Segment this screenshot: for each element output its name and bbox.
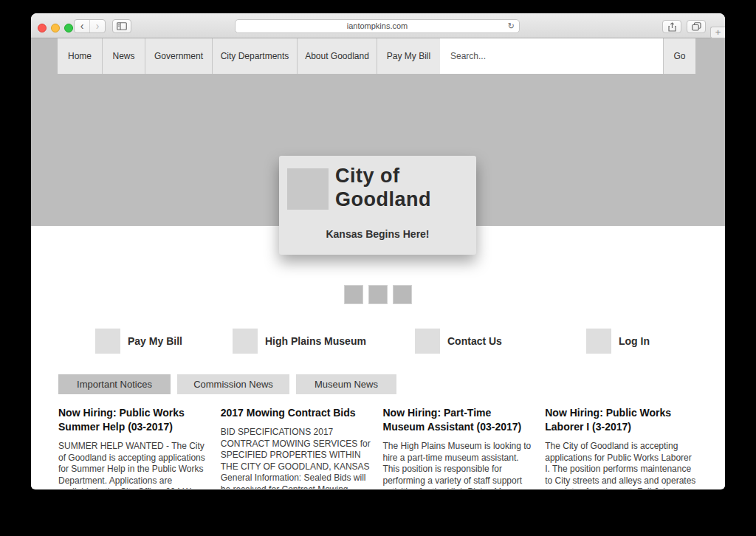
- web-page: Home News Government City Departments Ab…: [31, 38, 725, 489]
- address-bar[interactable]: iantompkins.com ↻: [235, 19, 520, 33]
- sidebar-toggle-button[interactable]: [112, 19, 131, 33]
- tab-commission-news[interactable]: Commission News: [177, 374, 289, 394]
- placeholder-square-icon[interactable]: [368, 285, 388, 304]
- show-tabs-button[interactable]: [687, 20, 706, 33]
- contact-icon: [415, 329, 440, 354]
- pay-my-bill-icon: [95, 329, 120, 354]
- news-item-title[interactable]: Now Hiring: Part-Time Museum Assistant (…: [383, 406, 535, 434]
- site-tagline: Kansas Begins Here!: [279, 228, 476, 240]
- news-item-body: The High Plains Museum is looking to hir…: [383, 441, 535, 489]
- news-item-body: BID SPECIFICATIONS 2017 CONTRACT MOWING …: [221, 427, 372, 489]
- nav-item-pay-my-bill[interactable]: Pay My Bill: [377, 38, 440, 74]
- tab-important-notices[interactable]: Important Notices: [58, 374, 171, 394]
- news-item-title[interactable]: Now Hiring: Public Works Laborer I (3-20…: [545, 406, 696, 434]
- browser-window: ‹ › iantompkins.com ↻: [31, 13, 725, 489]
- close-window-button[interactable]: [38, 24, 47, 32]
- quick-link-label: High Plains Museum: [265, 335, 366, 347]
- site-navigation: Home News Government City Departments Ab…: [58, 38, 695, 74]
- news-item-body: SUMMER HELP WANTED - The City of Goodlan…: [58, 441, 210, 489]
- placeholder-square-icon[interactable]: [344, 285, 363, 304]
- quick-links-row: Pay My Bill High Plains Museum Contact U…: [31, 329, 725, 354]
- quick-link-label: Log In: [619, 335, 650, 347]
- museum-icon: [233, 329, 258, 354]
- placeholder-icon-row: [344, 285, 412, 304]
- news-item-title[interactable]: 2017 Mowing Contract Bids: [221, 406, 372, 420]
- nav-item-city-departments[interactable]: City Departments: [212, 38, 297, 74]
- nav-item-about-goodland[interactable]: About Goodland: [297, 38, 377, 74]
- placeholder-square-icon[interactable]: [393, 285, 412, 304]
- tab-museum-news[interactable]: Museum News: [296, 374, 396, 394]
- back-button[interactable]: ‹: [75, 20, 89, 32]
- news-tabs: Important Notices Commission News Museum…: [58, 374, 396, 394]
- city-logo-placeholder: [287, 168, 329, 210]
- forward-button[interactable]: ›: [89, 20, 105, 32]
- login-icon: [586, 329, 611, 354]
- site-title: City of Goodland: [335, 164, 431, 211]
- news-grid: Now Hiring: Public Works Summer Help (03…: [58, 406, 696, 489]
- site-title-line2: Goodland: [335, 188, 431, 211]
- nav-item-government[interactable]: Government: [145, 38, 212, 74]
- quick-link-pay-my-bill[interactable]: Pay My Bill: [95, 329, 182, 354]
- site-identity-card: City of Goodland Kansas Begins Here!: [279, 156, 476, 255]
- nav-item-news[interactable]: News: [102, 38, 145, 74]
- history-button-group: ‹ ›: [74, 19, 106, 33]
- share-icon: [668, 22, 676, 32]
- nav-item-home[interactable]: Home: [58, 38, 102, 74]
- browser-toolbar: ‹ › iantompkins.com ↻: [31, 13, 725, 38]
- minimize-window-button[interactable]: [51, 24, 60, 32]
- news-item: Now Hiring: Public Works Summer Help (03…: [58, 406, 210, 489]
- news-item: Now Hiring: Public Works Laborer I (3-20…: [545, 406, 696, 489]
- news-item: 2017 Mowing Contract Bids BID SPECIFICAT…: [221, 406, 372, 489]
- tabs-overview-icon: [692, 22, 701, 31]
- url-text: iantompkins.com: [347, 21, 408, 30]
- quick-link-log-in[interactable]: Log In: [586, 329, 650, 354]
- zoom-window-button[interactable]: [64, 24, 73, 32]
- quick-link-high-plains-museum[interactable]: High Plains Museum: [233, 329, 366, 354]
- share-button[interactable]: [662, 20, 681, 33]
- quick-link-contact-us[interactable]: Contact Us: [415, 329, 502, 354]
- new-tab-button[interactable]: +: [710, 27, 725, 38]
- sidebar-icon: [117, 22, 127, 30]
- reload-icon[interactable]: ↻: [508, 20, 515, 32]
- quick-link-label: Contact Us: [447, 335, 502, 347]
- news-item-title[interactable]: Now Hiring: Public Works Summer Help (03…: [58, 406, 210, 434]
- quick-link-label: Pay My Bill: [128, 335, 182, 347]
- news-item: Now Hiring: Part-Time Museum Assistant (…: [383, 406, 535, 489]
- search-go-button[interactable]: Go: [663, 38, 695, 74]
- search-input[interactable]: [440, 38, 663, 74]
- news-item-body: The City of Goodland is accepting applic…: [545, 441, 696, 489]
- site-title-line1: City of: [335, 164, 431, 188]
